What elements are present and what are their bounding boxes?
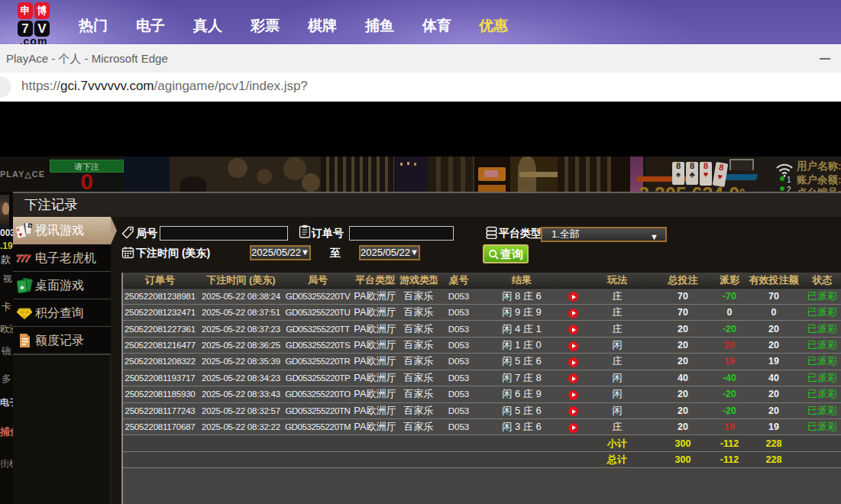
svg-text:777: 777: [16, 253, 31, 264]
